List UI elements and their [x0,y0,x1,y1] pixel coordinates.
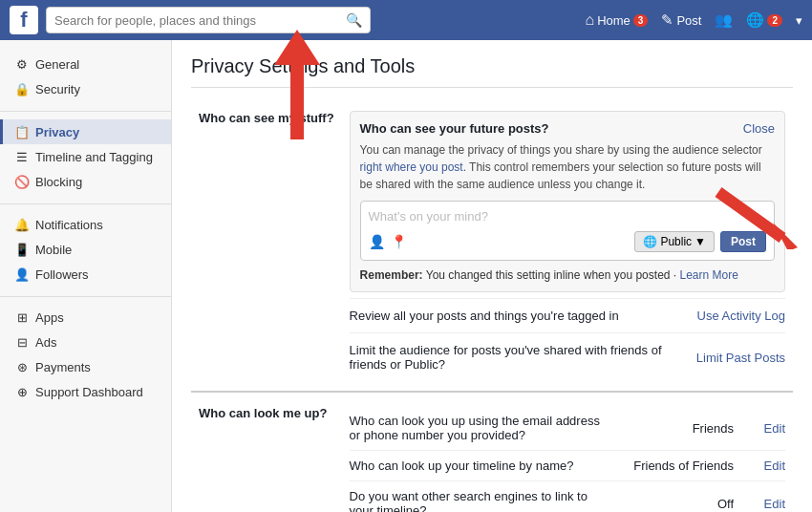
review-activity-text: Review all your posts and things you're … [350,309,697,323]
ads-icon: ⊟ [14,334,30,350]
remember-text: Remember: You changed this setting inlin… [360,268,775,282]
sidebar-item-ads[interactable]: ⊟ Ads [0,330,171,354]
sidebar-item-privacy[interactable]: 📋 Privacy [0,119,171,144]
dropdown-chevron: ▼ [694,235,706,248]
sidebar-item-payments[interactable]: ⊛ Payments [0,354,171,379]
sidebar-label-blocking: Blocking [35,175,82,189]
sidebar-label-support: Support Dashboard [35,385,143,399]
right-where-link[interactable]: right where you post [360,160,463,174]
future-posts-header: Who can see your future posts? Close [360,121,775,136]
sidebar-label-ads: Ads [35,335,56,350]
content-area: Privacy Settings and Tools Who can see m… [172,40,812,512]
sidebar-label-timeline: Timeline and Tagging [35,150,153,164]
remember-body: You changed this setting inline when you… [426,268,680,282]
globe-small-icon: 🌐 [643,235,657,248]
who-row-name-edit[interactable]: Edit [759,459,785,473]
top-navigation: f 🔍 Home 3 Post 2 [0,0,812,40]
mobile-icon: 📱 [14,242,30,257]
section1-content: Who can see your future posts? Close You… [342,101,793,392]
apps-icon: ⊞ [14,309,30,325]
who-row-search-q: Do you want other search engines to link… [350,489,613,512]
sidebar-label-mobile: Mobile [35,243,72,257]
search-icon: 🔍 [346,12,362,28]
review-row-limit: Limit the audience for posts you've shar… [350,332,785,381]
who-row-email-val: Friends [619,421,734,436]
sidebar-item-notifications[interactable]: 🔔 Notifications [0,212,171,237]
sidebar-item-blocking[interactable]: 🚫 Blocking [0,169,171,194]
sidebar-item-support[interactable]: ⊕ Support Dashboard [0,379,171,404]
post-label: Post [676,13,701,28]
svg-line-2 [718,192,782,238]
block-icon: 🚫 [14,174,30,189]
gear-icon: ⚙ [14,56,30,72]
red-arrow-up [259,25,335,149]
support-icon: ⊕ [14,384,30,399]
who-row-search-edit[interactable]: Edit [759,497,785,511]
people-icon [715,11,733,29]
sidebar-item-security[interactable]: 🔒 Security [0,76,171,101]
section1-row: Who can see my stuff? [191,101,793,392]
edit-icon [661,11,673,29]
who-row-email: Who can look you up using the email addr… [350,406,785,450]
svg-marker-1 [274,30,320,65]
red-arrow-right [714,182,800,249]
limit-past-posts-link[interactable]: Limit Past Posts [696,351,785,365]
who-row-search-val: Off [619,497,734,511]
sidebar-group-notifications: 🔔 Notifications 📱 Mobile 👤 Followers [0,212,171,287]
composer-footer: 👤 📍 🌐 Public ▼ Post [369,231,766,252]
sidebar-item-timeline[interactable]: ☰ Timeline and Tagging [0,144,171,169]
composer-placeholder: What's on your mind? [369,209,766,224]
sidebar-group-apps: ⊞ Apps ⊟ Ads ⊛ Payments ⊕ Support Dashbo… [0,305,171,404]
home-label: Home [597,13,630,28]
section2-label: Who can look me up? [191,392,342,512]
globe-button[interactable]: 2 [746,11,782,29]
future-posts-title: Who can see your future posts? [360,121,549,136]
timeline-icon: ☰ [14,149,30,164]
review-row-activity: Review all your posts and things you're … [350,298,785,332]
section2-content: Who can look you up using the email addr… [342,392,793,512]
dropdown-arrow[interactable] [796,13,802,28]
section2-row: Who can look me up? Who can look you up … [191,392,793,512]
sidebar-label-payments: Payments [35,360,91,374]
tag-icon: 👤 [369,234,385,249]
sidebar-label-privacy: Privacy [35,125,79,139]
who-row-search: Do you want other search engines to link… [350,480,785,512]
sidebar-group-privacy: 📋 Privacy ☰ Timeline and Tagging 🚫 Block… [0,119,171,194]
remember-label: Remember: [360,268,423,282]
activity-log-link[interactable]: Use Activity Log [697,309,786,323]
sidebar-item-followers[interactable]: 👤 Followers [0,262,171,287]
sidebar-group-account: ⚙ General 🔒 Security [0,52,171,101]
sidebar-label-apps: Apps [35,310,64,325]
sidebar: ⚙ General 🔒 Security 📋 Privacy ☰ Timelin… [0,40,172,512]
privacy-table: Who can see my stuff? [191,101,793,512]
facebook-logo[interactable]: f [10,6,38,34]
who-row-name-q: Who can look up your timeline by name? [350,459,613,473]
sidebar-label-notifications: Notifications [35,218,103,232]
home-icon [586,11,595,29]
future-posts-desc: You can manage the privacy of things you… [360,141,775,193]
lock-icon: 🔒 [14,81,30,96]
arrows-overlay: Who can see your future posts? Close You… [350,111,785,292]
home-badge: 3 [633,14,649,27]
learn-more-link[interactable]: Learn More [679,268,737,282]
who-row-name: Who can look up your timeline by name? F… [350,450,785,480]
sidebar-item-mobile[interactable]: 📱 Mobile [0,237,171,262]
post-button[interactable]: Post [661,11,701,29]
topnav-right-icons: Home 3 Post 2 [586,11,803,29]
sidebar-label-followers: Followers [35,267,89,282]
public-label: Public [660,235,692,248]
dropdown-icon [796,13,802,28]
friends-icon-button[interactable] [715,11,733,29]
post-composer: What's on your mind? 👤 📍 🌐 [360,201,775,261]
sidebar-item-general[interactable]: ⚙ General [0,52,171,76]
close-link[interactable]: Close [743,121,775,136]
home-button[interactable]: Home 3 [586,11,649,29]
who-row-name-val: Friends of Friends [619,459,734,473]
globe-badge: 2 [767,14,782,27]
audience-selector-button[interactable]: 🌐 Public ▼ [634,231,715,252]
payments-icon: ⊛ [14,359,30,374]
review-limit-text: Limit the audience for posts you've shar… [350,343,696,372]
who-row-email-edit[interactable]: Edit [759,421,785,436]
sidebar-item-apps[interactable]: ⊞ Apps [0,305,171,330]
clipboard-icon: 📋 [14,124,30,139]
